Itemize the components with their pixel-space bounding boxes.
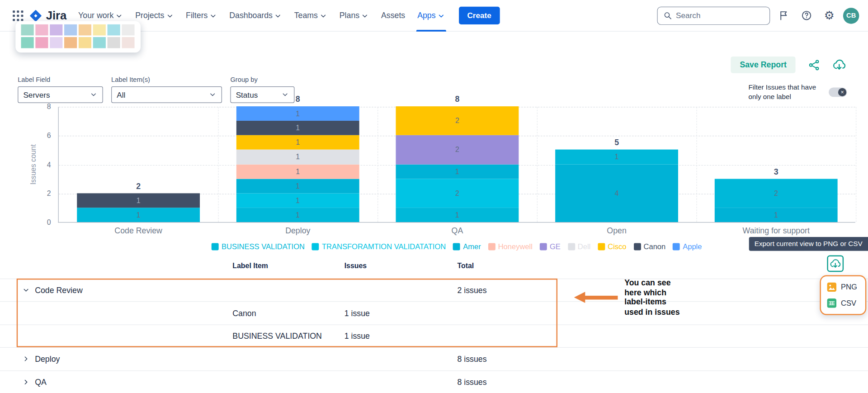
table-row-code-review[interactable]: Code Review2 issues <box>0 279 868 302</box>
nav-item-filters[interactable]: Filters <box>180 0 223 31</box>
image-icon <box>827 282 836 292</box>
nav-item-assets[interactable]: Assets <box>375 0 411 31</box>
nav-item-dashboards[interactable]: Dashboards <box>223 0 288 31</box>
nav-item-label: Apps <box>417 11 435 20</box>
bar-segment-canon[interactable]: 1 <box>236 121 359 135</box>
label-items-select[interactable]: All <box>111 86 222 103</box>
export-menu-item-label: PNG <box>841 283 857 291</box>
issues-link[interactable]: 1 issue <box>344 309 370 318</box>
legend-item-honeywell[interactable]: Honeywell <box>488 242 533 251</box>
bar-segment-amer[interactable]: 1 <box>396 164 519 179</box>
column-header-label-item: Label Item <box>232 261 268 270</box>
single-label-filter: Filter Issues that have only one label × <box>749 83 847 102</box>
bar-segment-business-validation[interactable]: 1 <box>396 208 519 222</box>
legend-item-dell[interactable]: Dell <box>568 242 591 251</box>
search-input[interactable] <box>676 11 764 20</box>
segment-value-label: 2 <box>396 117 519 125</box>
y-tick-label: 8 <box>34 103 51 111</box>
bar-segment-business-validation[interactable]: 1 <box>555 150 678 164</box>
segment-value-label: 1 <box>77 196 200 204</box>
jira-label-report-page: Jira Your workProjectsFiltersDashboardsT… <box>0 0 868 393</box>
bar-segment-ge[interactable]: 2 <box>396 135 519 164</box>
export-view-button[interactable] <box>827 255 844 272</box>
color-palette-thumbnail <box>15 21 141 53</box>
help-icon[interactable] <box>797 7 815 24</box>
bar-segment-amer[interactable]: 4 <box>555 164 678 222</box>
legend-label: Canon <box>644 242 666 251</box>
segment-value-label: 1 <box>555 153 678 161</box>
chevron-down-icon <box>166 12 174 20</box>
label-items-group: Label Item(s) All <box>111 76 222 103</box>
legend-item-transforamtion-validatation[interactable]: TRANSFORAMTION VALIDATATION <box>312 242 446 251</box>
legend-item-business-validation[interactable]: BUSINESS VALIDATION <box>212 242 305 251</box>
bar-segment-amer[interactable]: 1 <box>715 208 838 222</box>
nav-item-label: Filters <box>186 11 208 20</box>
download-cloud-icon[interactable] <box>833 58 846 71</box>
bar-total-label: 3 <box>696 167 856 176</box>
bar-code-review[interactable]: 11 <box>77 193 200 222</box>
palette-swatch <box>21 24 34 35</box>
bar-segment-business-validation[interactable]: 1 <box>77 208 200 222</box>
bar-segment-cisco[interactable]: 2 <box>396 106 519 135</box>
legend-item-amer[interactable]: Amer <box>453 242 481 251</box>
legend-label: Honeywell <box>498 242 533 251</box>
column-header-total: Total <box>457 261 474 270</box>
bar-segment-amer[interactable]: 1 <box>236 179 359 193</box>
bar-open[interactable]: 41 <box>555 150 678 222</box>
table-row-deploy[interactable]: Deploy8 issues <box>0 348 868 371</box>
chevron-right-icon[interactable] <box>22 378 30 386</box>
label-item-name: Canon <box>232 309 256 318</box>
legend-item-cisco[interactable]: Cisco <box>598 242 626 251</box>
bar-segment-transforamtion-validatation[interactable]: 2 <box>396 179 519 208</box>
palette-swatch <box>93 37 106 48</box>
legend-item-ge[interactable]: GE <box>540 242 561 251</box>
segment-value-label: 2 <box>715 189 838 197</box>
bar-segment-honeywell[interactable]: 1 <box>236 164 359 179</box>
bar-segment-transforamtion-validatation[interactable]: 1 <box>236 193 359 208</box>
chevron-down-icon <box>115 12 123 20</box>
create-button[interactable]: Create <box>459 7 500 24</box>
bar-segment-business-validation[interactable]: 1 <box>236 208 359 222</box>
chevron-down-icon <box>437 12 445 20</box>
nav-item-teams[interactable]: Teams <box>288 0 333 31</box>
jira-logo[interactable]: Jira <box>29 9 67 23</box>
label-field-value: Servers <box>23 90 50 99</box>
table-row-qa[interactable]: QA8 issues <box>0 371 868 393</box>
save-report-button[interactable]: Save Report <box>731 57 796 73</box>
nav-item-plans[interactable]: Plans <box>333 0 375 31</box>
bar-segment-dell[interactable]: 1 <box>236 150 359 164</box>
chevron-down-icon <box>361 12 369 20</box>
nav-item-label: Your work <box>78 11 113 20</box>
legend-item-canon[interactable]: Canon <box>633 242 665 251</box>
gridline <box>856 107 856 222</box>
bar-qa[interactable]: 12122 <box>396 106 519 222</box>
bar-deploy[interactable]: 11111111 <box>236 106 359 222</box>
legend-item-apple[interactable]: Apple <box>673 242 702 251</box>
single-label-toggle[interactable]: × <box>829 88 847 97</box>
nav-right-cluster: ⚙ CB <box>657 6 859 24</box>
export-menu-item-png[interactable]: PNG <box>821 279 865 295</box>
group-total: 2 issues <box>457 286 486 295</box>
chevron-right-icon[interactable] <box>22 355 30 363</box>
chevron-down-icon[interactable] <box>22 286 30 294</box>
table-row-canon: Canon1 issue <box>0 302 868 325</box>
bar-segment-business-validation[interactable]: 2 <box>715 179 838 208</box>
settings-gear-icon[interactable]: ⚙ <box>821 7 838 24</box>
issues-link[interactable]: 1 issue <box>344 331 370 341</box>
bar-column-deploy: 111111118Deploy <box>218 106 377 222</box>
share-icon[interactable] <box>808 58 821 71</box>
bar-segment-canon[interactable]: 1 <box>77 193 200 208</box>
bar-segment-cisco[interactable]: 1 <box>236 135 359 150</box>
annotation-line: You can see <box>624 278 679 288</box>
nav-item-apps[interactable]: Apps <box>411 0 451 31</box>
legend-swatch <box>312 243 319 251</box>
feedback-flag-icon[interactable] <box>775 7 793 24</box>
export-menu-item-csv[interactable]: CSV <box>821 295 865 312</box>
y-axis-title: Issues count <box>29 144 37 185</box>
bar-segment-apple[interactable]: 1 <box>236 106 359 121</box>
bar-waiting-for-support[interactable]: 12 <box>715 179 838 222</box>
avatar[interactable]: CB <box>843 8 859 24</box>
label-field-select[interactable]: Servers <box>18 86 103 103</box>
bar-total-label: 5 <box>537 138 697 147</box>
segment-value-label: 1 <box>396 167 519 175</box>
